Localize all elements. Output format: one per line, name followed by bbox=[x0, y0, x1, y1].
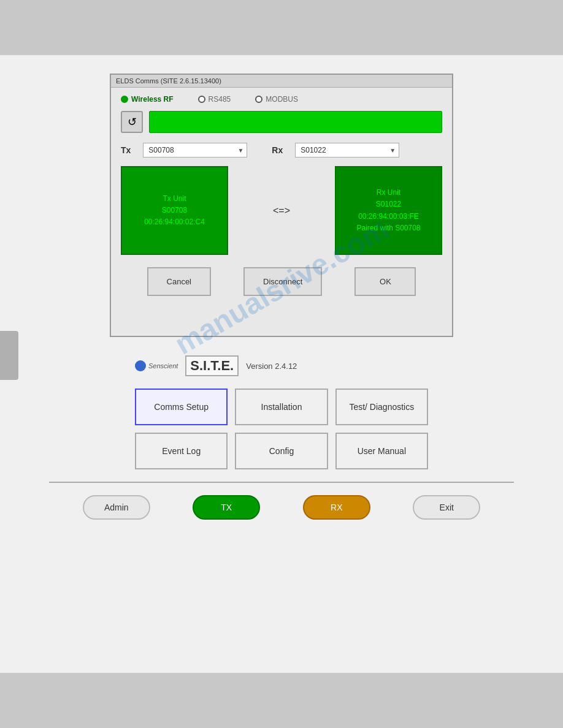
radio-dot-rs485 bbox=[198, 96, 205, 103]
bottom-bar bbox=[0, 673, 563, 728]
modal-titlebar: ELDS Comms (SITE 2.6.15.13400) bbox=[111, 75, 452, 88]
radio-label-wireless: Wireless RF bbox=[131, 95, 174, 104]
signal-bar bbox=[149, 111, 442, 133]
rx-dropdown-wrapper[interactable]: S01022 ▼ bbox=[295, 143, 399, 157]
nav-config[interactable]: Config bbox=[235, 433, 327, 469]
radio-modbus[interactable]: MODBUS bbox=[255, 95, 298, 104]
radio-dot-wireless bbox=[121, 96, 128, 103]
arrow-symbol: <=> bbox=[273, 205, 290, 216]
rx-unit-line3: 00:26:94:00:03:FE bbox=[358, 211, 419, 222]
ok-button[interactable]: OK bbox=[354, 267, 416, 296]
rx-unit-box: Rx Unit S01022 00:26:94:00:03:FE Paired … bbox=[335, 166, 442, 255]
nav-event-log[interactable]: Event Log bbox=[135, 433, 228, 469]
nav-buttons-grid: Comms Setup Installation Test/ Diagnosti… bbox=[25, 389, 538, 469]
tx-dropdown[interactable]: S00708 bbox=[143, 143, 247, 157]
tx-dropdown-wrapper[interactable]: S00708 ▼ bbox=[143, 143, 247, 157]
radio-rs485[interactable]: RS485 bbox=[198, 95, 231, 104]
left-tab bbox=[0, 331, 18, 380]
admin-button[interactable]: Admin bbox=[83, 495, 150, 520]
top-bar bbox=[0, 0, 563, 55]
modal-body: Wireless RF RS485 MODBUS ↺ bbox=[111, 88, 452, 303]
radio-row: Wireless RF RS485 MODBUS bbox=[121, 95, 442, 104]
logo-area: Senscient S.I.T.E. Version 2.4.12 bbox=[25, 355, 538, 376]
radio-label-rs485: RS485 bbox=[209, 95, 231, 104]
nav-user-manual[interactable]: User Manual bbox=[335, 433, 428, 469]
tx-unit-line3: 00:26:94:00:02:C4 bbox=[144, 216, 205, 228]
main-content: manualsrive.com ELDS Comms (SITE 2.6.15.… bbox=[0, 55, 563, 673]
exit-button[interactable]: Exit bbox=[413, 495, 480, 520]
bottom-action-row: Admin TX RX Exit bbox=[25, 495, 538, 520]
radio-wireless-rf[interactable]: Wireless RF bbox=[121, 95, 174, 104]
radio-dot-modbus bbox=[255, 96, 262, 103]
status-row: ↺ bbox=[121, 111, 442, 133]
rx-dropdown[interactable]: S01022 bbox=[295, 143, 399, 157]
cancel-button[interactable]: Cancel bbox=[147, 267, 211, 296]
modal-buttons: Cancel Disconnect OK bbox=[121, 267, 442, 296]
rx-unit-line4: Paired with S00708 bbox=[356, 222, 420, 234]
separator bbox=[49, 482, 514, 483]
modal-window: ELDS Comms (SITE 2.6.15.13400) Wireless … bbox=[110, 74, 453, 337]
nav-comms-setup[interactable]: Comms Setup bbox=[135, 389, 228, 425]
rx-button[interactable]: RX bbox=[303, 495, 370, 520]
rx-unit-line2: S01022 bbox=[376, 199, 401, 210]
modal-title: ELDS Comms (SITE 2.6.15.13400) bbox=[116, 77, 221, 85]
tx-unit-box: Tx Unit S00708 00:26:94:00:02:C4 bbox=[121, 166, 228, 255]
tx-unit-line1: Tx Unit bbox=[163, 193, 186, 205]
tx-label: Tx bbox=[121, 145, 131, 155]
radio-label-modbus: MODBUS bbox=[266, 95, 298, 104]
nav-installation[interactable]: Installation bbox=[235, 389, 327, 425]
rx-label: Rx bbox=[272, 145, 283, 155]
refresh-button[interactable]: ↺ bbox=[121, 111, 143, 133]
version-text: Version 2.4.12 bbox=[246, 362, 297, 371]
brand-name: Senscient bbox=[148, 362, 178, 370]
tx-button[interactable]: TX bbox=[193, 495, 260, 520]
senscient-logo: Senscient bbox=[135, 360, 178, 371]
disconnect-button[interactable]: Disconnect bbox=[243, 267, 322, 296]
arrow-symbol-container: <=> bbox=[234, 205, 329, 216]
nav-test-diagnostics[interactable]: Test/ Diagnostics bbox=[335, 389, 428, 425]
tx-unit-line2: S00708 bbox=[162, 205, 187, 216]
unit-boxes-row: Tx Unit S00708 00:26:94:00:02:C4 <=> Rx … bbox=[121, 166, 442, 255]
site-text: S.I.T.E. bbox=[185, 355, 239, 376]
modal-container: ELDS Comms (SITE 2.6.15.13400) Wireless … bbox=[25, 74, 538, 337]
rx-unit-line1: Rx Unit bbox=[377, 187, 400, 199]
tx-rx-row: Tx S00708 ▼ Rx S01022 ▼ bbox=[121, 143, 442, 157]
senscient-icon bbox=[135, 360, 146, 371]
